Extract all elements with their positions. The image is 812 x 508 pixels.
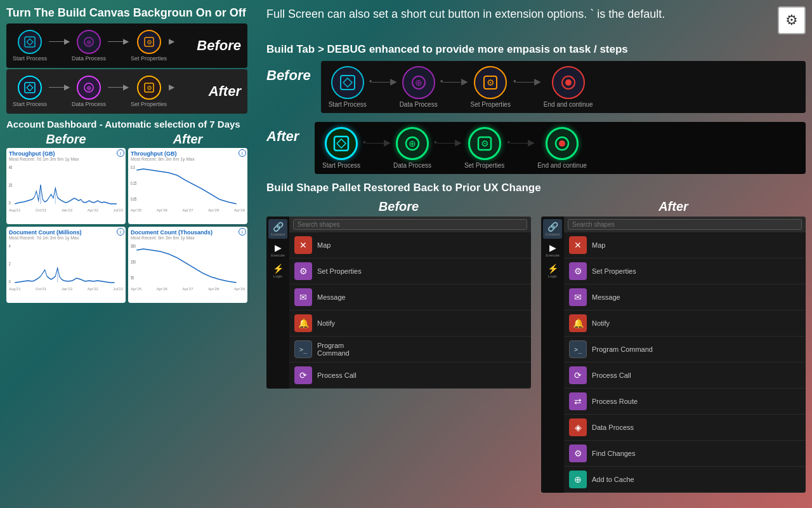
debug-node-setprops-after: ⚙ Set Properties: [464, 127, 504, 169]
pallet-before-panel: 🔗 Connect ▶ Execute ⚡ Logic: [266, 217, 531, 389]
shape-pallet-section: Build Shape Pallet Restored Back to Prio…: [266, 182, 806, 493]
chart2-after-title: Document Count (Thousands): [131, 229, 245, 236]
pallet-item-map-before[interactable]: ✕ Map: [289, 232, 531, 258]
start-process-icon-after: [18, 76, 42, 100]
execute-label-before: Execute: [271, 253, 285, 257]
flow-node-setprops-after: ⚙ Set Properties: [131, 76, 167, 107]
pallet-sidebar-logic-before[interactable]: ⚡ Logic: [268, 261, 287, 281]
chart1-after-info-icon[interactable]: i: [239, 149, 246, 157]
debug-flow-after: Start Process •——▶ ⊕ Data Process •——▶: [315, 122, 806, 174]
pallet-after-panel: 🔗 Connect ▶ Execute ⚡ Logic: [541, 217, 806, 493]
progcmd-label-before: ProgramCommand: [317, 342, 350, 357]
pallet-item-processcall-before[interactable]: ⟳ Process Call: [289, 363, 531, 389]
flow-after: Start Process ——▶ ⊕ Data Process ——▶ ⚙: [13, 76, 202, 107]
debug-node-setprops-before: ⚙ Set Properties: [471, 66, 511, 108]
chart2-before-info-icon[interactable]: i: [117, 228, 124, 236]
pallet-after-main: ✕ Map ⚙ Set Properties ✉ Message 🔔: [564, 217, 806, 493]
canvas-section-title: Turn The Build Canvas Backgroun On or Of…: [6, 6, 247, 20]
setprops-label-after: Set Properties: [592, 267, 636, 275]
set-properties-icon-before: ⚙: [137, 30, 161, 54]
pallet-before-search-input[interactable]: [293, 219, 527, 230]
chart2-after-x-labels: Apr'25 Apr'26 Apr'27 Apr'28 Apr'29: [131, 287, 245, 291]
debug-data-icon-after: ⊕: [396, 127, 429, 160]
pallet-item-setprops-before[interactable]: ⚙ Set Properties: [289, 258, 531, 284]
pallet-after-search: [564, 217, 806, 232]
pallet-item-progcmd-after[interactable]: >_ Program Command: [564, 337, 806, 363]
map-label-after: Map: [592, 241, 605, 249]
canvas-after-container: Start Process ——▶ ⊕ Data Process ——▶ ⚙: [6, 69, 247, 114]
arrow2-before: ——▶: [108, 37, 129, 46]
chart1-after-subtitle: Most Recent: 8m 3m 6m 1y Max: [131, 157, 245, 161]
pallet-before-label: Before: [266, 199, 531, 214]
chart2-after-info-icon[interactable]: i: [239, 228, 246, 236]
flow-node-start: Start Process: [13, 30, 47, 62]
chart1-before-subtitle: Most Recent: 7d 1m 3m 6m 1y Max: [9, 157, 123, 161]
pallet-item-processroute-after[interactable]: ⇄ Process Route: [564, 389, 806, 415]
pallet-item-dataprocess-after[interactable]: ◈ Data Process: [564, 415, 806, 441]
chart1-after-x-labels: Apr'25 Apr'26 Apr'27 Apr'28 Apr'29: [131, 208, 245, 212]
debug-node-start-before: Start Process: [329, 66, 367, 108]
chart2-after-svg: 300 150 50: [131, 241, 245, 286]
pallet-sidebar-connect-before[interactable]: 🔗 Connect: [268, 219, 287, 239]
pallet-after-search-input[interactable]: [568, 219, 802, 230]
progcmd-icon-after: >_: [569, 340, 587, 358]
chart-doccount-after: i Document Count (Thousands) Most Recent…: [128, 227, 247, 303]
start-process-label-after: Start Process: [13, 101, 47, 107]
pallet-item-processcall-after[interactable]: ⟳ Process Call: [564, 363, 806, 389]
findchanges-icon-after: ⚙: [569, 444, 587, 462]
debug-start-icon-after: [325, 127, 358, 160]
pallet-before-main: ✕ Map ⚙ Set Properties ✉ Message 🔔: [289, 217, 531, 389]
svg-text:⊕: ⊕: [409, 138, 416, 149]
message-icon-after: ✉: [569, 288, 587, 306]
pallet-sidebar-execute-before[interactable]: ▶ Execute: [268, 240, 287, 260]
findchanges-label-after: Find Changes: [592, 450, 636, 457]
pallet-item-message-after[interactable]: ✉ Message: [564, 284, 806, 311]
x-label-3: Jan'22: [62, 208, 73, 212]
svg-text:0: 0: [9, 201, 11, 205]
debug-setprops-icon-before: ⚙: [474, 66, 507, 99]
pallet-item-addcache-after[interactable]: ⊕ Add to Cache: [564, 467, 806, 493]
dashboard-title: Account Dashboard - Automatic selection …: [6, 119, 247, 130]
connect-label-after: Connect: [546, 232, 560, 236]
svg-text:⊕: ⊕: [86, 84, 91, 91]
shape-pallet-row: Before 🔗 Connect ▶ Execute ⚡ L: [266, 199, 806, 493]
debug-end-label-before: End and continue: [544, 101, 593, 108]
gear-button[interactable]: ⚙: [778, 6, 806, 34]
debug-before-row: Before Start Process •——▶: [266, 61, 806, 113]
start-process-label-before: Start Process: [13, 55, 47, 62]
debug-arrow1-before: •——▶: [369, 76, 397, 86]
svg-text:300: 300: [131, 244, 136, 248]
arrow3-before: ▶: [169, 37, 174, 46]
pallet-item-setprops-after[interactable]: ⚙ Set Properties: [564, 258, 806, 284]
pallet-sidebar-connect-after[interactable]: 🔗 Connect: [543, 219, 562, 239]
addcache-label-after: Add to Cache: [592, 476, 634, 483]
svg-text:150: 150: [131, 260, 136, 264]
debug-section: Build Tab > DEBUG enhanced to provide mo…: [266, 43, 806, 174]
pallet-item-findchanges-after[interactable]: ⚙ Find Changes: [564, 441, 806, 467]
execute-label-after: Execute: [546, 253, 560, 257]
pallet-after-label: After: [541, 199, 806, 214]
pallet-sidebar-logic-after[interactable]: ⚡ Logic: [543, 261, 562, 281]
debug-data-icon-before: ⊕: [402, 66, 435, 99]
logic-label-after: Logic: [548, 274, 557, 278]
pallet-item-notify-after[interactable]: 🔔 Notify: [564, 311, 806, 337]
chart1-before-info-icon[interactable]: i: [117, 149, 124, 157]
pallet-item-map-after[interactable]: ✕ Map: [564, 232, 806, 258]
processcall-label-before: Process Call: [317, 371, 357, 379]
data-process-label-after: Data Process: [72, 101, 106, 107]
svg-text:⊕: ⊕: [415, 77, 422, 88]
processcall-icon-after: ⟳: [569, 366, 587, 384]
charts-row-1: i Throughput (GB) Most Recent: 7d 1m 3m …: [6, 148, 247, 224]
pallet-item-message-before[interactable]: ✉ Message: [289, 284, 531, 311]
svg-text:⚙: ⚙: [146, 39, 152, 46]
debug-arrow3-before: •——▶: [513, 76, 541, 86]
flow-node-data-after: ⊕ Data Process: [72, 76, 106, 107]
debug-arrow1-after: •——▶: [363, 137, 391, 147]
debug-end-icon-before: [552, 66, 585, 99]
debug-node-data-after: ⊕ Data Process: [393, 127, 431, 169]
setprops-icon-before: ⚙: [294, 262, 312, 280]
pallet-before-column: Before 🔗 Connect ▶ Execute ⚡ L: [266, 199, 531, 389]
pallet-item-notify-before[interactable]: 🔔 Notify: [289, 311, 531, 337]
pallet-sidebar-execute-after[interactable]: ▶ Execute: [543, 240, 562, 260]
pallet-item-progcmd-before[interactable]: >_ ProgramCommand: [289, 337, 531, 363]
